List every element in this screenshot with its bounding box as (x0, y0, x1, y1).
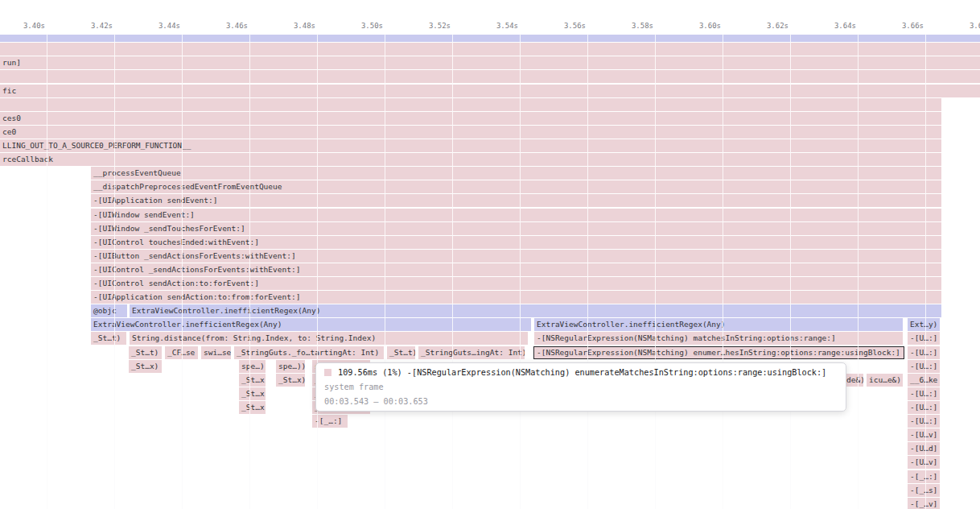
time-gridline (858, 34, 859, 509)
flame-cell[interactable]: _St…x) (129, 360, 162, 373)
flame-cell[interactable]: -[U…d] (908, 442, 940, 455)
flame-cell[interactable]: ce0 (0, 126, 941, 139)
tooltip-title: 109.56ms (1%) -[NSRegularExpression(NSMa… (338, 368, 826, 377)
time-label: 3.66s (874, 22, 924, 30)
flame-cell[interactable] (0, 43, 980, 56)
flame-cell[interactable]: __6…ke (908, 374, 940, 387)
flame-cell[interactable]: -[NSRegularExpression(NSMatching) matche… (534, 332, 903, 345)
time-label: 3.48s (266, 22, 315, 30)
flame-cell[interactable]: Ext…y) (908, 318, 940, 331)
flame-cell[interactable]: rceCallback (0, 153, 941, 166)
flame-cell[interactable]: -[_…v] (908, 498, 940, 509)
flame-cell[interactable]: LLING_OUT_TO_A_SOURCE0_PERFORM_FUNCTION_… (0, 139, 941, 152)
flame-cell[interactable]: _St…t) (91, 332, 126, 345)
time-gridline (114, 34, 115, 509)
flame-cell[interactable]: -[U…v] (908, 428, 940, 441)
tooltip-title-line: 109.56ms (1%) -[NSRegularExpression(NSMa… (324, 366, 838, 380)
flame-cell[interactable]: __dispatchPreprocessedEventFromEventQueu… (91, 180, 941, 193)
time-label: 3.58s (603, 22, 653, 30)
flame-cell[interactable]: _StringGuts…ingAt: Int) (418, 346, 525, 359)
flame-cell[interactable]: spe…)) (239, 360, 266, 373)
flame-cell[interactable]: -[U…:] (908, 346, 940, 359)
time-gridline (520, 34, 521, 509)
flame-cell[interactable]: -[UIWindow _sendTouchesForEvent:] (91, 222, 941, 235)
time-label: 3.62s (739, 22, 789, 30)
flame-cell[interactable]: de&) (844, 374, 863, 387)
flame-cell[interactable]: -[U…:] (908, 332, 940, 345)
time-gridline (723, 34, 723, 509)
tooltip-subtitle: system frame (324, 380, 838, 395)
flame-cell[interactable]: -[UIControl touchesEnded:withEvent:] (91, 236, 941, 249)
flame-cell[interactable]: -[_…s] (908, 484, 940, 497)
flame-cell[interactable]: -[UIApplication sendAction:to:from:forEv… (91, 291, 941, 304)
flame-cell[interactable]: _St…x) (239, 387, 266, 400)
time-gridline (385, 34, 385, 509)
flame-cell[interactable]: @objc (91, 304, 127, 317)
flame-cell[interactable]: run] (0, 56, 980, 69)
flame-cell[interactable] (0, 70, 980, 83)
flame-cell[interactable]: String.distance(from: String.Index, to: … (130, 332, 528, 345)
flame-cell[interactable]: fic (0, 85, 980, 97)
flame-cell[interactable]: -[UIApplication sendEvent:] (91, 194, 941, 207)
flame-cell[interactable]: -[UIButton _sendActionsForEvents:withEve… (91, 250, 941, 263)
flame-cell[interactable]: spe…)) (276, 360, 305, 373)
flame-cell[interactable]: _StringGuts._fo…tartingAt: Int) (234, 346, 384, 359)
time-label: 3.54s (468, 22, 518, 30)
time-label: 3.60s (671, 22, 721, 30)
tooltip: 109.56ms (1%) -[NSRegularExpression(NSMa… (315, 362, 846, 412)
tooltip-time-range: 00:03.543 – 00:03.653 (324, 395, 838, 409)
time-label: 3.56s (536, 22, 586, 30)
time-label: 3.64s (806, 22, 856, 30)
flame-cell[interactable]: -[UIControl sendAction:to:forEvent:] (91, 277, 941, 290)
flame-cell[interactable]: -[UIWindow sendEvent:] (91, 209, 941, 221)
time-gridline (790, 34, 791, 509)
flame-cell[interactable]: __processEventQueue (91, 167, 941, 180)
time-gridline (587, 34, 588, 509)
flame-cell[interactable]: -[U…v] (908, 456, 940, 469)
time-gridline (925, 34, 926, 509)
flame-cell[interactable]: ExtraViewController.inefficientRegex(Any… (91, 318, 531, 331)
flame-cell[interactable]: -[U…:] (908, 360, 940, 373)
time-gridline (47, 34, 47, 509)
flame-cell[interactable]: -[U…:] (908, 415, 940, 428)
time-label: 3.68s (941, 22, 980, 30)
flame-cell[interactable]: _St…x) (239, 374, 266, 387)
flame-cell[interactable] (0, 35, 980, 42)
flame-cell-selected[interactable]: -[NSRegularExpression(NSMatching) enumer… (533, 346, 904, 359)
flame-cell[interactable]: -[U…:] (908, 401, 940, 414)
flame-cell[interactable]: -[UIControl _sendActionsForEvents:withEv… (91, 263, 941, 276)
flame-cell[interactable]: _St…x) (239, 401, 266, 414)
flame-chart[interactable]: 3.40s3.42s3.44s3.46s3.48s3.50s3.52s3.54s… (0, 0, 980, 509)
time-label: 3.42s (63, 22, 113, 30)
flame-cell[interactable]: ces0 (0, 112, 941, 125)
flame-cell[interactable]: -[_…:] (908, 470, 940, 483)
time-gridline (249, 34, 250, 509)
flame-cell[interactable]: ExtraViewController.inefficientRegex(Any… (534, 318, 903, 331)
time-gridline (655, 34, 656, 509)
flame-cell[interactable]: _St…t) (387, 346, 415, 359)
time-gridline (317, 34, 318, 509)
category-color-swatch-icon (324, 369, 331, 376)
time-label: 3.40s (0, 22, 45, 30)
flame-cell[interactable]: _St…x) (276, 374, 305, 387)
time-gridline (182, 34, 183, 509)
time-label: 3.46s (198, 22, 248, 30)
flame-cell[interactable]: -[U…:] (908, 387, 940, 400)
flame-cell[interactable]: swi…se (201, 346, 231, 359)
time-label: 3.50s (333, 22, 383, 30)
flame-cell[interactable] (0, 98, 941, 111)
flame-cell[interactable]: ExtraViewController.inefficientRegex(Any… (130, 304, 941, 317)
time-gridline (452, 34, 453, 509)
flame-cell[interactable]: _St…t) (129, 346, 162, 359)
time-label: 3.44s (130, 22, 180, 30)
flame-cell[interactable]: icu…e&) (867, 374, 903, 387)
time-label: 3.52s (401, 22, 451, 30)
